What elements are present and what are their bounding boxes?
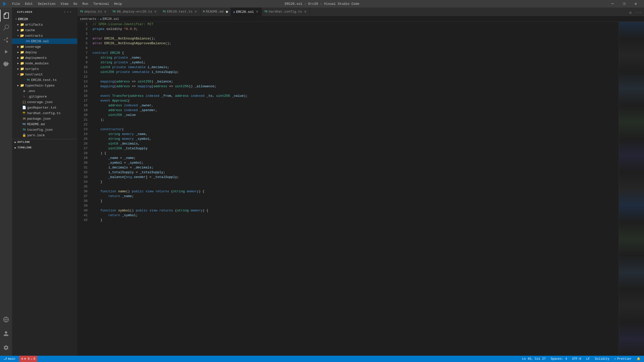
tree-item-artifacts[interactable]: ▶ 📁 artifacts — [12, 22, 77, 27]
menu-edit[interactable]: Edit — [22, 0, 35, 8]
tree-root[interactable]: ▾ ERC20 — [12, 16, 77, 22]
titlebar-left: File Edit Selection View Go Run Terminal… — [3, 0, 125, 8]
code-line-38: } — [93, 199, 619, 203]
ln-26: 26 — [77, 141, 88, 146]
timeline-panel-header[interactable]: ▶ TIMELINE — [12, 145, 77, 150]
status-language[interactable]: Solidity — [594, 356, 611, 362]
tab-00deploy[interactable]: TS 00_deploy-erc20.ts × — [110, 8, 160, 16]
typechain-folder-icon: 📁 — [20, 83, 24, 87]
tree-item-env[interactable]: ▶ ⚙ .env — [12, 88, 77, 94]
timeline-label: TIMELINE — [17, 146, 32, 149]
status-errors[interactable]: ⊗ ⊗ 0 ⚠ 0 — [19, 356, 37, 362]
restore-button[interactable]: ❐ — [618, 0, 630, 8]
scripts-label: scripts — [25, 67, 39, 71]
outline-arrow: ▶ — [15, 141, 16, 144]
ln-38: 38 — [77, 199, 88, 203]
tree-item-packagejson[interactable]: ▶ JS package.json — [12, 116, 77, 121]
close-button[interactable]: ✕ — [630, 0, 641, 8]
menu-view[interactable]: View — [58, 0, 71, 8]
packagejson-file-icon: JS — [22, 117, 26, 121]
ln-39: 39 — [77, 203, 88, 208]
erc20sol-tab-close[interactable]: × — [255, 10, 259, 14]
tree-item-deployments[interactable]: ▶ 📁 deployments — [12, 55, 77, 61]
activity-source-control[interactable] — [0, 34, 12, 46]
tree-item-deploy[interactable]: ▶ 📁 deploy — [12, 50, 77, 55]
tree-item-test[interactable]: ▾ 📂 test\unit — [12, 72, 77, 77]
tree-item-cache[interactable]: ▶ 📁 cache — [12, 27, 77, 33]
more-actions-button[interactable]: ··· — [635, 9, 642, 16]
status-formatter[interactable]: ✓ Prettier — [613, 356, 633, 362]
outline-panel-header[interactable]: ▶ OUTLINE — [12, 139, 77, 145]
code-line-35 — [93, 184, 619, 189]
menu-help[interactable]: Help — [111, 0, 124, 8]
tree-item-tsconfig[interactable]: ▶ TS tsconfig.json — [12, 127, 77, 132]
formatter-icon: ✓ — [614, 357, 616, 361]
code-content[interactable]: // SPDX-License-Identifier: MIT pragma s… — [90, 22, 619, 356]
erc20test-tab-close[interactable]: × — [194, 10, 198, 14]
activity-search[interactable] — [0, 22, 12, 34]
status-notifications[interactable]: 🔔 — [636, 356, 641, 362]
activity-settings[interactable] — [0, 342, 12, 354]
activity-remote[interactable] — [0, 313, 12, 326]
breadcrumb-contracts[interactable]: contracts — [80, 17, 96, 21]
tree-item-hardhat[interactable]: ▶ ⛑ hardhat.config.ts — [12, 110, 77, 116]
tree-item-gitignore[interactable]: ▶ ✎ .gitignore — [12, 94, 77, 99]
code-line-12 — [93, 74, 619, 79]
tab-readme[interactable]: M README.md — [200, 8, 231, 16]
code-line-42: } — [93, 218, 619, 222]
code-line-41: return _symbol; — [93, 213, 619, 218]
tree-item-gasreporter[interactable]: ▶ 📄 gasReporter.txt — [12, 105, 77, 110]
split-editor-button[interactable]: ⊡ — [627, 9, 634, 16]
tab-erc20sol[interactable]: ◆ ERC20.sol × — [231, 8, 262, 16]
activity-extensions[interactable] — [0, 58, 12, 70]
status-encoding[interactable]: UTF-8 — [571, 356, 582, 362]
tree-item-coverage[interactable]: ▶ 📁 coverage — [12, 44, 77, 50]
ln-33: 33 — [77, 175, 88, 179]
code-line-13: mapping(address => uint256) _balance; — [93, 79, 619, 84]
tree-item-contracts[interactable]: ▾ 📂 contracts — [12, 33, 77, 38]
ln-41: 41 — [77, 213, 88, 218]
status-line-ending[interactable]: LF — [585, 356, 591, 362]
tree-item-coveragejson[interactable]: ▶ {} coverage.json — [12, 99, 77, 105]
status-git-branch[interactable]: ⎇ main — [3, 356, 16, 362]
menu-file[interactable]: File — [10, 0, 22, 8]
tree-item-erc20test[interactable]: ▶ TS ERC20.test.ts — [12, 77, 77, 83]
breadcrumb-file[interactable]: ERC20.sol — [103, 17, 119, 21]
activity-run-debug[interactable] — [0, 46, 12, 58]
deployts-tab-close[interactable]: × — [103, 10, 107, 14]
notifications-icon: 🔔 — [637, 357, 640, 361]
titlebar-menu: File Edit Selection View Go Run Terminal… — [10, 0, 125, 8]
editor-container: TS deploy.ts × TS 00_deploy-erc20.ts × T… — [77, 8, 644, 356]
artifacts-folder-icon: 📁 — [20, 23, 24, 27]
tree-item-scripts[interactable]: ▶ 📁 scripts — [12, 66, 77, 72]
minimize-button[interactable]: — — [607, 0, 618, 8]
code-line-30: _symbol = _symbol; — [93, 160, 619, 165]
code-line-14: mapping(address => mapping(address => ui… — [93, 84, 619, 89]
code-line-7: contract ERC20 { — [93, 51, 619, 55]
status-position[interactable]: Ln 45, Col 27 — [521, 356, 547, 362]
tree-item-node-modules[interactable]: ▶ 📁 node_modules — [12, 61, 77, 66]
tab-hardhat[interactable]: TS hardhat.config.ts × — [262, 8, 310, 16]
tab-erc20test[interactable]: TS ERC20.test.ts × — [160, 8, 200, 16]
code-line-39 — [93, 203, 619, 208]
scripts-arrow: ▶ — [16, 67, 20, 71]
00deploy-tab-icon: TS — [112, 10, 115, 13]
tree-item-readme[interactable]: ▶ MD README.md — [12, 121, 77, 127]
menu-run[interactable]: Run — [80, 0, 91, 8]
sidebar-more-button[interactable]: ··· — [63, 10, 72, 15]
tree-item-erc20sol[interactable]: ▶ SOL ERC20.sol — [12, 38, 77, 44]
activity-explorer[interactable] — [0, 10, 12, 22]
menu-selection[interactable]: Selection — [35, 0, 58, 8]
tab-deployts[interactable]: TS deploy.ts × — [77, 8, 110, 16]
status-spaces[interactable]: Spaces: 4 — [550, 356, 568, 362]
gasreporter-file-icon: 📄 — [22, 106, 26, 110]
tree-item-typechain[interactable]: ▶ 📁 typechain-types — [12, 83, 77, 88]
hardhat-label: hardhat.config.ts — [27, 111, 61, 115]
hardhat-tab-close[interactable]: × — [303, 10, 307, 14]
erc20sol-tab-label: ERC20.sol — [236, 10, 254, 14]
tree-item-yarnlock[interactable]: ▶ 🔒 yarn.lock — [12, 132, 77, 138]
menu-terminal[interactable]: Terminal — [91, 0, 111, 8]
menu-go[interactable]: Go — [71, 0, 80, 8]
00deploy-tab-close[interactable]: × — [153, 10, 157, 14]
activity-account[interactable] — [0, 328, 12, 340]
